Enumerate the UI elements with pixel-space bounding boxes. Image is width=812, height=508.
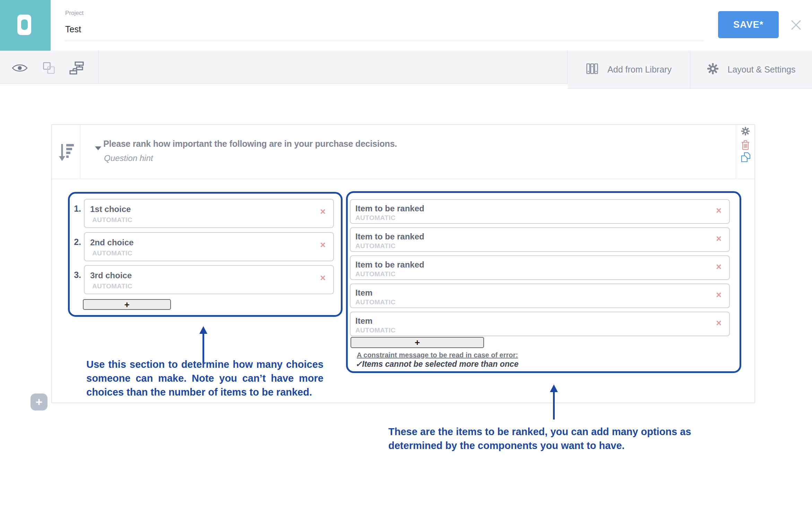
add-from-library-label: Add from Library <box>607 65 672 75</box>
save-button[interactable]: SAVE* <box>718 11 779 38</box>
item-automatic-tag: AUTOMATIC <box>355 298 396 306</box>
actions-cell-divider <box>736 125 736 179</box>
flow-logic-icon[interactable] <box>69 61 85 75</box>
add-item-button[interactable]: + <box>351 337 484 348</box>
choice-label: 3rd choice <box>90 271 132 280</box>
choice-label: 1st choice <box>90 204 131 214</box>
item-field[interactable]: Item to be ranked AUTOMATIC × <box>350 255 730 280</box>
layout-settings-label: Layout & Settings <box>728 65 796 75</box>
app-window: Project Test SAVE* Add from Library <box>0 0 812 508</box>
preview-eye-icon[interactable] <box>12 61 28 75</box>
choice-field[interactable]: 2nd choice AUTOMATIC × <box>84 232 334 261</box>
choice-row: 1. 1st choice AUTOMATIC × <box>70 199 341 228</box>
annotation-text-right: These are the items to be ranked, you ca… <box>388 425 711 452</box>
choice-row: 3. 3rd choice AUTOMATIC × <box>70 265 341 294</box>
items-panel: Item to be ranked AUTOMATIC × Item to be… <box>346 191 741 373</box>
item-label: Item to be ranked <box>355 260 424 270</box>
item-label: Item to be ranked <box>355 232 424 242</box>
close-icon[interactable] <box>791 19 802 31</box>
item-field[interactable]: Item to be ranked AUTOMATIC × <box>350 199 730 224</box>
remove-choice-icon[interactable]: × <box>320 273 326 283</box>
choice-automatic-tag: AUTOMATIC <box>92 216 132 224</box>
project-input-underline <box>65 41 703 41</box>
app-logo <box>0 0 51 51</box>
item-field[interactable]: Item AUTOMATIC × <box>350 312 730 336</box>
toolbar <box>0 51 568 84</box>
annotation-text-left: Use this section to determine how many c… <box>86 357 323 399</box>
settings-gear-icon <box>707 63 719 77</box>
item-automatic-tag: AUTOMATIC <box>355 327 396 334</box>
remove-choice-icon[interactable]: × <box>320 207 326 217</box>
ranking-question-type-icon <box>58 142 75 163</box>
remove-item-icon[interactable]: × <box>716 290 722 300</box>
remove-item-icon[interactable]: × <box>716 319 722 328</box>
question-settings-gear-icon[interactable] <box>741 127 750 137</box>
toolbar-divider <box>98 51 99 84</box>
layout-settings-button[interactable]: Layout & Settings <box>690 51 812 88</box>
remove-item-icon[interactable]: × <box>716 234 722 244</box>
app-logo-icon <box>17 15 31 35</box>
toolbar-right: Add from Library Layout & Settings <box>568 51 812 89</box>
remove-choice-icon[interactable]: × <box>320 240 326 250</box>
item-label: Item <box>355 288 372 298</box>
collapse-question-icon[interactable] <box>95 146 101 150</box>
choice-rank-number: 3. <box>70 270 81 280</box>
item-automatic-tag: AUTOMATIC <box>355 214 396 222</box>
choice-row: 2. 2nd choice AUTOMATIC × <box>70 232 341 261</box>
question-title[interactable]: Please rank how important the following … <box>103 139 397 149</box>
choice-field[interactable]: 1st choice AUTOMATIC × <box>84 199 334 228</box>
annotation-arrow-right <box>548 384 560 420</box>
library-icon <box>586 62 598 77</box>
question-hint[interactable]: Question hint <box>104 153 153 163</box>
item-label: Item <box>355 316 372 326</box>
add-choice-button[interactable]: + <box>83 299 171 310</box>
duplicate-question-copy-icon[interactable] <box>741 152 750 162</box>
add-from-library-button[interactable]: Add from Library <box>568 51 690 88</box>
item-field[interactable]: Item to be ranked AUTOMATIC × <box>350 227 730 252</box>
remove-item-icon[interactable]: × <box>716 206 722 215</box>
constraint-message-text: ✓Items cannot be selected more than once <box>355 359 518 369</box>
project-name-input[interactable]: Test <box>65 24 81 34</box>
choice-rank-number: 2. <box>70 237 81 247</box>
project-field-label: Project <box>65 10 84 17</box>
item-automatic-tag: AUTOMATIC <box>355 242 396 250</box>
duplicate-icon[interactable] <box>41 61 57 75</box>
add-question-block-button[interactable]: + <box>31 393 47 410</box>
choice-automatic-tag: AUTOMATIC <box>92 249 132 257</box>
constraint-message-heading[interactable]: A constraint message to be read in case … <box>357 351 518 359</box>
choice-automatic-tag: AUTOMATIC <box>92 282 132 290</box>
delete-question-trash-icon[interactable] <box>741 140 750 150</box>
question-header-divider <box>52 179 754 179</box>
choice-label: 2nd choice <box>90 238 133 247</box>
item-automatic-tag: AUTOMATIC <box>355 270 396 278</box>
remove-item-icon[interactable]: × <box>716 262 722 272</box>
choices-panel: 1. 1st choice AUTOMATIC × 2. 2nd choice … <box>68 192 343 317</box>
choice-rank-number: 1. <box>70 204 81 214</box>
item-field[interactable]: Item AUTOMATIC × <box>350 283 730 308</box>
choice-field[interactable]: 3rd choice AUTOMATIC × <box>84 265 334 294</box>
item-label: Item to be ranked <box>355 204 424 213</box>
type-cell-divider <box>80 125 80 179</box>
